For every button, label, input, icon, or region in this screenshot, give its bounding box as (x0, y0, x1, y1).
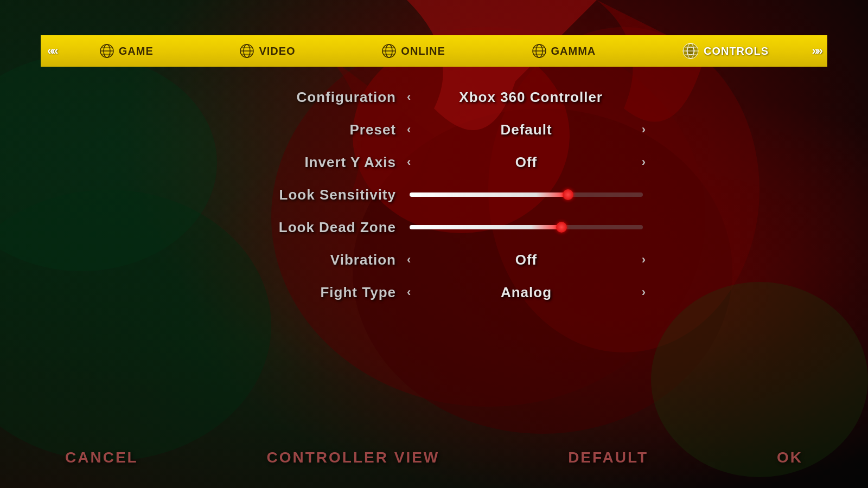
fight-type-right-arrow[interactable]: › (642, 285, 646, 299)
configuration-control: ‹ Xbox 360 Controller (407, 89, 646, 106)
invert-y-label: Invert Y Axis (222, 154, 407, 171)
setting-row-invert-y: Invert Y Axis ‹ Off › (222, 146, 646, 178)
invert-y-control: ‹ Off › (407, 154, 646, 171)
tab-video-label: VIDEO (259, 45, 295, 57)
fight-type-control: ‹ Analog › (407, 284, 646, 301)
configuration-value: Xbox 360 Controller (416, 89, 646, 106)
preset-right-arrow[interactable]: › (642, 123, 646, 137)
look-dead-zone-fill (410, 225, 561, 229)
invert-y-value: Off (416, 154, 636, 171)
look-sensitivity-thumb[interactable] (563, 189, 573, 200)
vibration-right-arrow[interactable]: › (642, 253, 646, 267)
controller-view-button[interactable]: CONTROLLER VIEW (267, 449, 440, 466)
globe-icon-gamma (532, 43, 547, 59)
nav-prev-button[interactable]: «« (47, 44, 56, 58)
setting-row-fight-type: Fight Type ‹ Analog › (222, 277, 646, 308)
tab-controls[interactable]: CONTROLS (673, 39, 777, 63)
tab-gamma[interactable]: GAMMA (523, 40, 605, 62)
configuration-left-arrow[interactable]: ‹ (407, 90, 411, 104)
vibration-value: Off (416, 252, 636, 268)
navbar: «« GAME VIDEO (41, 35, 827, 67)
ok-button[interactable]: OK (777, 449, 803, 466)
bottom-bar: CANCEL CONTROLLER VIEW DEFAULT OK (0, 449, 868, 466)
look-dead-zone-thumb[interactable] (556, 222, 567, 233)
preset-left-arrow[interactable]: ‹ (407, 123, 411, 137)
look-sensitivity-label: Look Sensitivity (222, 187, 407, 203)
globe-icon-game (99, 43, 114, 59)
settings-container: Configuration ‹ Xbox 360 Controller Pres… (0, 81, 868, 309)
cancel-button[interactable]: CANCEL (65, 449, 138, 466)
configuration-label: Configuration (222, 89, 407, 106)
nav-tabs: GAME VIDEO ONLINE (56, 39, 812, 63)
tab-online[interactable]: ONLINE (373, 40, 454, 62)
invert-y-left-arrow[interactable]: ‹ (407, 155, 411, 169)
setting-row-preset: Preset ‹ Default › (222, 114, 646, 145)
setting-row-configuration: Configuration ‹ Xbox 360 Controller (222, 81, 646, 113)
globe-icon-video (239, 43, 254, 59)
tab-game-label: GAME (119, 45, 154, 57)
fight-type-left-arrow[interactable]: ‹ (407, 285, 411, 299)
invert-y-right-arrow[interactable]: › (642, 155, 646, 169)
gamepad-icon-controls (682, 42, 699, 60)
look-sensitivity-track[interactable] (410, 192, 643, 197)
look-sensitivity-fill (410, 192, 568, 197)
preset-value: Default (416, 121, 636, 138)
default-button[interactable]: DEFAULT (568, 449, 648, 466)
look-dead-zone-label: Look Dead Zone (222, 219, 407, 236)
fight-type-label: Fight Type (222, 284, 407, 301)
tab-gamma-label: GAMMA (551, 45, 596, 57)
look-dead-zone-slider-container (407, 225, 646, 229)
tab-game[interactable]: GAME (91, 40, 162, 62)
tab-video[interactable]: VIDEO (231, 40, 304, 62)
setting-row-look-sensitivity: Look Sensitivity (222, 179, 646, 210)
vibration-left-arrow[interactable]: ‹ (407, 253, 411, 267)
vibration-control: ‹ Off › (407, 252, 646, 268)
vibration-label: Vibration (222, 252, 407, 268)
preset-label: Preset (222, 121, 407, 138)
setting-row-vibration: Vibration ‹ Off › (222, 244, 646, 275)
look-sensitivity-slider-container (407, 192, 646, 197)
preset-control: ‹ Default › (407, 121, 646, 138)
look-dead-zone-track[interactable] (410, 225, 643, 229)
globe-icon-online (381, 43, 397, 59)
tab-online-label: ONLINE (401, 45, 445, 57)
setting-row-look-dead-zone: Look Dead Zone (222, 211, 646, 243)
nav-next-button[interactable]: »» (812, 44, 821, 58)
tab-controls-label: CONTROLS (704, 45, 769, 57)
fight-type-value: Analog (416, 284, 636, 301)
